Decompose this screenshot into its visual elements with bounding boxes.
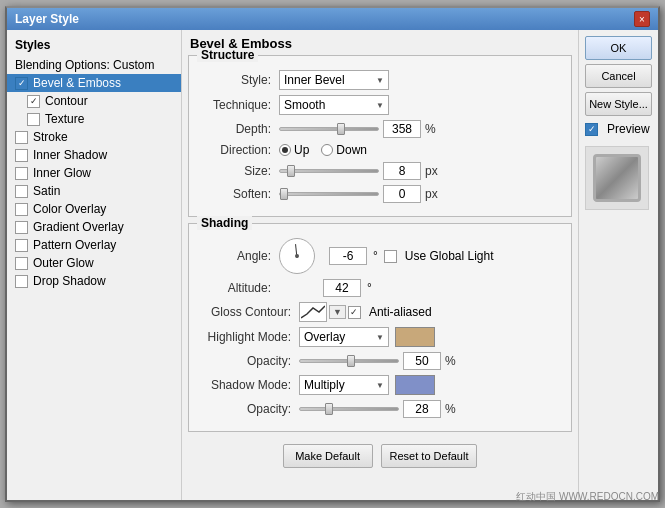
sidebar-item-color-overlay[interactable]: Color Overlay	[7, 200, 181, 218]
direction-down-radio[interactable]	[321, 144, 333, 156]
highlight-mode-arrow: ▼	[376, 333, 384, 342]
angle-widget[interactable]	[279, 238, 315, 274]
size-slider-container: px	[279, 162, 561, 180]
anti-aliased-item[interactable]: Anti-aliased	[348, 305, 432, 319]
style-dropdown[interactable]: Inner Bevel ▼	[279, 70, 389, 90]
preview-box	[585, 146, 649, 210]
highlight-opacity-label: Opacity:	[199, 354, 299, 368]
sidebar-item-inner-shadow[interactable]: Inner Shadow	[7, 146, 181, 164]
gloss-contour-label: Gloss Contour:	[199, 305, 299, 319]
structure-title: Structure	[197, 48, 258, 62]
altitude-unit: °	[367, 281, 372, 295]
size-row: Size: px	[199, 162, 561, 180]
cancel-button[interactable]: Cancel	[585, 64, 652, 88]
direction-radio-group: Up Down	[279, 143, 367, 157]
direction-label: Direction:	[199, 143, 279, 157]
blending-options-item[interactable]: Blending Options: Custom	[7, 56, 181, 74]
bottom-buttons: Make Default Reset to Default	[188, 438, 572, 472]
checkbox-pattern-overlay[interactable]	[15, 239, 28, 252]
checkbox-bevel-emboss[interactable]	[15, 77, 28, 90]
depth-slider[interactable]	[279, 127, 379, 131]
size-unit: px	[425, 164, 443, 178]
checkbox-stroke[interactable]	[15, 131, 28, 144]
depth-unit: %	[425, 122, 443, 136]
label-stroke: Stroke	[33, 130, 68, 144]
shadow-opacity-slider-container: %	[299, 400, 561, 418]
shadow-opacity-input[interactable]	[403, 400, 441, 418]
shadow-opacity-row: Opacity: %	[199, 400, 561, 418]
label-bevel-emboss: Bevel & Emboss	[33, 76, 121, 90]
depth-slider-container: %	[279, 120, 561, 138]
use-global-light-item[interactable]: Use Global Light	[384, 249, 494, 263]
direction-up-item[interactable]: Up	[279, 143, 309, 157]
anti-aliased-checkbox[interactable]	[348, 306, 361, 319]
sidebar-item-outer-glow[interactable]: Outer Glow	[7, 254, 181, 272]
contour-preview[interactable]	[299, 302, 327, 322]
new-style-button[interactable]: New Style...	[585, 92, 652, 116]
left-panel: Styles Blending Options: Custom Bevel & …	[7, 30, 182, 500]
sidebar-item-satin[interactable]: Satin	[7, 182, 181, 200]
style-row: Style: Inner Bevel ▼	[199, 70, 561, 90]
angle-input[interactable]	[329, 247, 367, 265]
shading-title: Shading	[197, 216, 252, 230]
sidebar-item-pattern-overlay[interactable]: Pattern Overlay	[7, 236, 181, 254]
label-pattern-overlay: Pattern Overlay	[33, 238, 116, 252]
label-color-overlay: Color Overlay	[33, 202, 106, 216]
sidebar-item-gradient-overlay[interactable]: Gradient Overlay	[7, 218, 181, 236]
checkbox-gradient-overlay[interactable]	[15, 221, 28, 234]
shadow-mode-label: Shadow Mode:	[199, 378, 299, 392]
sidebar-item-stroke[interactable]: Stroke	[7, 128, 181, 146]
sidebar-item-inner-glow[interactable]: Inner Glow	[7, 164, 181, 182]
shadow-opacity-slider[interactable]	[299, 407, 399, 411]
soften-row: Soften: px	[199, 185, 561, 203]
contour-dropdown-arrow[interactable]: ▼	[329, 305, 346, 319]
ok-button[interactable]: OK	[585, 36, 652, 60]
highlight-mode-row: Highlight Mode: Overlay ▼	[199, 327, 561, 347]
sidebar-item-drop-shadow[interactable]: Drop Shadow	[7, 272, 181, 290]
shadow-mode-dropdown[interactable]: Multiply ▼	[299, 375, 389, 395]
direction-down-item[interactable]: Down	[321, 143, 367, 157]
checkbox-drop-shadow[interactable]	[15, 275, 28, 288]
style-label: Style:	[199, 73, 279, 87]
soften-slider[interactable]	[279, 192, 379, 196]
highlight-color-swatch[interactable]	[395, 327, 435, 347]
direction-up-radio[interactable]	[279, 144, 291, 156]
checkbox-color-overlay[interactable]	[15, 203, 28, 216]
label-inner-glow: Inner Glow	[33, 166, 91, 180]
soften-input[interactable]	[383, 185, 421, 203]
technique-dropdown-arrow: ▼	[376, 101, 384, 110]
checkbox-texture[interactable]	[27, 113, 40, 126]
main-panel: Bevel & Emboss Structure Style: Inner Be…	[182, 30, 578, 500]
shadow-color-swatch[interactable]	[395, 375, 435, 395]
technique-dropdown[interactable]: Smooth ▼	[279, 95, 389, 115]
use-global-light-checkbox[interactable]	[384, 250, 397, 263]
highlight-opacity-unit: %	[445, 354, 463, 368]
checkbox-satin[interactable]	[15, 185, 28, 198]
sidebar-item-texture[interactable]: Texture	[7, 110, 181, 128]
anti-aliased-label: Anti-aliased	[369, 305, 432, 319]
sidebar-item-contour[interactable]: Contour	[7, 92, 181, 110]
checkbox-inner-glow[interactable]	[15, 167, 28, 180]
checkbox-inner-shadow[interactable]	[15, 149, 28, 162]
direction-up-label: Up	[294, 143, 309, 157]
style-items-list: Bevel & EmbossContourTextureStrokeInner …	[7, 74, 181, 290]
checkbox-outer-glow[interactable]	[15, 257, 28, 270]
close-button[interactable]: ×	[634, 11, 650, 27]
highlight-opacity-slider[interactable]	[299, 359, 399, 363]
structure-section: Structure Style: Inner Bevel ▼ Technique…	[188, 55, 572, 217]
depth-input[interactable]	[383, 120, 421, 138]
preview-checkbox[interactable]	[585, 123, 598, 136]
highlight-mode-dropdown[interactable]: Overlay ▼	[299, 327, 389, 347]
reset-to-default-button[interactable]: Reset to Default	[381, 444, 478, 468]
make-default-button[interactable]: Make Default	[283, 444, 373, 468]
soften-slider-container: px	[279, 185, 561, 203]
sidebar-item-bevel-emboss[interactable]: Bevel & Emboss	[7, 74, 181, 92]
altitude-row: Altitude: °	[199, 279, 561, 297]
size-input[interactable]	[383, 162, 421, 180]
altitude-input[interactable]	[323, 279, 361, 297]
label-satin: Satin	[33, 184, 60, 198]
checkbox-contour[interactable]	[27, 95, 40, 108]
depth-row: Depth: %	[199, 120, 561, 138]
size-slider[interactable]	[279, 169, 379, 173]
highlight-opacity-input[interactable]	[403, 352, 441, 370]
